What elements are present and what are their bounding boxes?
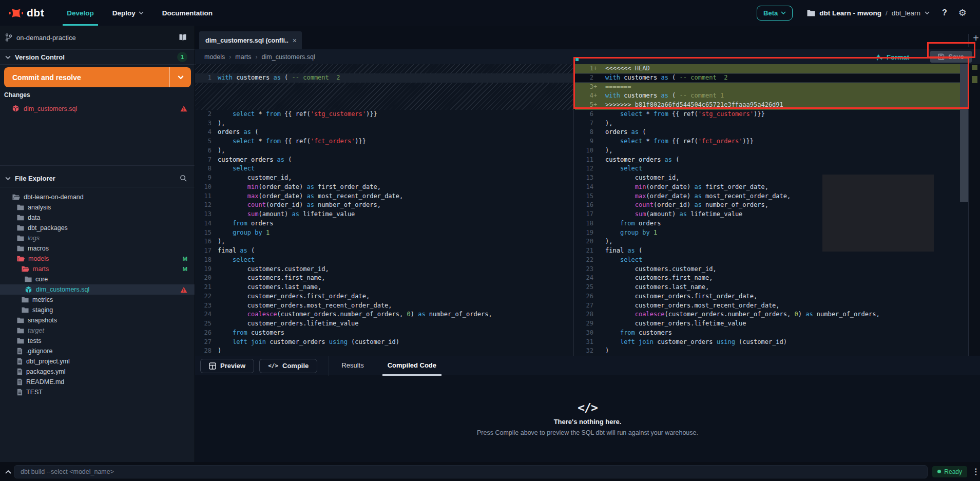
code-line-12[interactable]: 12 select [575, 164, 960, 174]
code-line-24[interactable]: 24 coalesce(customer_orders.number_of_or… [195, 310, 573, 319]
tree-item-metrics[interactable]: metrics [0, 295, 195, 305]
code-line-18[interactable]: 18 select [195, 256, 573, 265]
code-line-8[interactable]: 8 select [195, 164, 573, 174]
code-line-4[interactable]: 4+with customers as ( -- comment 1 [575, 91, 960, 101]
code-line-7[interactable]: 7customer_orders as ( [195, 156, 573, 165]
code-line-10[interactable]: 10), [575, 146, 960, 156]
breadcrumb-file[interactable]: dim_customers.sql [262, 53, 315, 61]
version-control-header[interactable]: Version Control 1 [0, 50, 195, 64]
code-line-30[interactable]: 30 from customers [575, 329, 960, 338]
code-line-22[interactable]: 22 customer_orders.first_order_date, [195, 292, 573, 301]
code-line-29[interactable]: 29 customer_orders.lifetime_value [575, 319, 960, 329]
format-button[interactable]: Format [875, 51, 909, 63]
code-line-26[interactable]: 26 from customers [195, 329, 573, 338]
breadcrumb-models[interactable]: models [204, 53, 225, 61]
editor-tab-dim-customers[interactable]: dim_customers.sql (confli... × [199, 31, 302, 49]
gear-icon[interactable]: ⚙ [958, 8, 967, 17]
code-line-26[interactable]: 26 customer_orders.first_order_date, [575, 292, 960, 301]
tree-item-macros[interactable]: macros [0, 243, 195, 254]
preview-button[interactable]: Preview [200, 359, 254, 373]
code-line-14[interactable]: 14 from orders [195, 219, 573, 228]
kebab-menu-icon[interactable]: ⋮ [972, 467, 980, 476]
code-line-16[interactable]: 16), [195, 237, 573, 246]
tree-item-analysis[interactable]: analysis [0, 202, 195, 213]
code-line-12[interactable]: 12 count(order_id) as number_of_orders, [195, 201, 573, 210]
code-line-7[interactable]: 7), [575, 119, 960, 128]
status-badge[interactable]: Ready [932, 466, 967, 477]
tree-item-data[interactable]: data [0, 213, 195, 223]
code-line-27[interactable]: 27 left join customer_orders using (cust… [195, 338, 573, 347]
tab-compiled-code[interactable]: Compiled Code [382, 356, 441, 376]
code-line-27[interactable]: 27 customer_orders.most_recent_order_dat… [575, 301, 960, 311]
code-line-11[interactable]: 11 max(order_date) as most_recent_order_… [195, 192, 573, 201]
code-line-5[interactable]: 5+>>>>>>> b81f802a66fd544504c65721e3ffaa… [575, 101, 960, 110]
code-line-5[interactable]: 5 select * from {{ ref('fct_orders')}} [195, 137, 573, 146]
tree-item-readme-md[interactable]: README.md [0, 377, 195, 387]
commit-options-caret[interactable] [169, 67, 191, 87]
code-line-17[interactable]: 17final as ( [195, 246, 573, 256]
code-line-10[interactable]: 10 min(order_date) as first_order_date, [195, 183, 573, 192]
compile-button[interactable]: </> Compile [259, 359, 317, 373]
code-line-6[interactable]: 6), [195, 146, 573, 156]
code-line-3[interactable]: 3+======= [575, 83, 960, 92]
code-line-8[interactable]: 8orders as ( [575, 128, 960, 137]
code-line-13[interactable]: 13 sum(amount) as lifetime_value [195, 210, 573, 219]
tree-item-dbt-packages[interactable]: dbt_packages [0, 223, 195, 233]
code-line-11[interactable]: 11customer_orders as ( [575, 156, 960, 165]
tree-item-core[interactable]: core [0, 274, 195, 284]
code-line-4[interactable]: 4orders as ( [195, 128, 573, 137]
code-line-2[interactable]: 2with customers as ( -- comment 2 [575, 73, 960, 83]
code-line-23[interactable]: 23 customer_orders.most_recent_order_dat… [195, 301, 573, 311]
code-line-2[interactable]: 2 select * from {{ ref('stg_customers')}… [195, 110, 573, 119]
tab-results[interactable]: Results [336, 356, 369, 376]
file-explorer-header[interactable]: File Explorer [0, 170, 195, 186]
branch-row[interactable]: on-demand-practice [0, 26, 195, 50]
nav-tab-develop[interactable]: Develop [62, 0, 99, 26]
tree-item-dbt-learn-on-demand[interactable]: dbt-learn-on-demand [0, 192, 195, 202]
code-line-1[interactable]: 1with customers as ( -- comment 2 [195, 73, 573, 83]
tree-item-staging[interactable]: staging [0, 305, 195, 315]
code-line-20[interactable]: 20 customers.first_name, [195, 274, 573, 283]
tree-item-logs[interactable]: logs [0, 233, 195, 243]
search-icon[interactable] [180, 175, 187, 182]
tree-item-tests[interactable]: tests [0, 336, 195, 346]
breadcrumb-marts[interactable]: marts [235, 53, 251, 61]
dbt-logo[interactable]: dbt [9, 6, 44, 20]
code-line-23[interactable]: 23 customers.customer_id, [575, 265, 960, 274]
code-line-32[interactable]: 32) [575, 347, 960, 356]
code-line-19[interactable]: 19 customers.customer_id, [195, 265, 573, 274]
dbt-command-input[interactable] [14, 465, 928, 478]
tree-item-models[interactable]: modelsM [0, 254, 195, 264]
tree-item-dim-customers-sql[interactable]: dim_customers.sql [0, 284, 195, 295]
nav-tab-documentation[interactable]: Documentation [157, 0, 218, 26]
code-line-28[interactable]: 28) [195, 347, 573, 356]
docs-book-icon[interactable] [178, 34, 187, 41]
save-button[interactable]: Save [930, 51, 972, 63]
tree-item-test[interactable]: TEST [0, 387, 195, 397]
code-line-22[interactable]: 22 select [575, 256, 960, 265]
new-tab-icon[interactable]: + [971, 33, 980, 43]
code-line-28[interactable]: 28 coalesce(customer_orders.number_of_or… [575, 310, 960, 319]
code-line-25[interactable]: 25 customer_orders.lifetime_value [195, 319, 573, 329]
tree-item-dbt-project-yml[interactable]: dbt_project.yml [0, 356, 195, 367]
tree-item--gitignore[interactable]: .gitignore [0, 346, 195, 356]
code-line-31[interactable]: 31 left join customer_orders using (cust… [575, 338, 960, 347]
editor-scrollbar[interactable] [960, 64, 968, 202]
nav-tab-deploy[interactable]: Deploy [107, 0, 149, 26]
tree-item-snapshots[interactable]: snapshots [0, 315, 195, 325]
tree-item-target[interactable]: target [0, 325, 195, 336]
chevron-up-icon[interactable] [3, 470, 14, 474]
changed-file-row[interactable]: dim_customers.sql [0, 103, 195, 114]
code-line-6[interactable]: 6 select * from {{ ref('stg_customers')}… [575, 110, 960, 119]
account-project-switcher[interactable]: dbt Learn - mwong / dbt_learn [807, 9, 930, 17]
commit-and-resolve-button[interactable]: Commit and resolve [4, 67, 191, 87]
tree-item-packages-yml[interactable]: packages.yml [0, 367, 195, 377]
code-line-15[interactable]: 15 group by 1 [195, 228, 573, 238]
code-line-3[interactable]: 3), [195, 119, 573, 128]
help-icon[interactable]: ? [942, 8, 947, 17]
close-icon[interactable]: × [293, 36, 297, 45]
code-line-9[interactable]: 9 customer_id, [195, 174, 573, 183]
code-line-21[interactable]: 21 customers.last_name, [195, 283, 573, 292]
tree-item-marts[interactable]: martsM [0, 264, 195, 274]
beta-dropdown[interactable]: Beta [757, 6, 793, 21]
